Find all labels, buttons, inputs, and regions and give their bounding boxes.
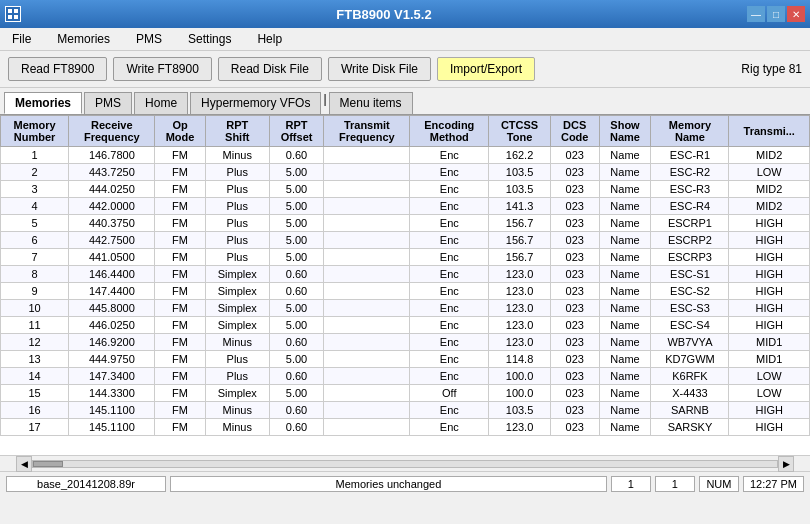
menu-memories[interactable]: Memories <box>49 30 118 48</box>
table-cell: 023 <box>550 419 599 436</box>
table-cell: 442.0000 <box>69 198 155 215</box>
table-cell: 023 <box>550 402 599 419</box>
table-cell: 144.3300 <box>69 385 155 402</box>
table-cell: Name <box>599 249 651 266</box>
table-cell: ESC-R2 <box>651 164 729 181</box>
maximize-button[interactable]: □ <box>767 6 785 22</box>
table-row[interactable]: 6442.7500FMPlus5.00Enc156.7023NameESCRP2… <box>1 232 810 249</box>
table-cell: 023 <box>550 283 599 300</box>
table-cell: Enc <box>410 402 489 419</box>
tab-home[interactable]: Home <box>134 92 188 114</box>
table-cell: Simplex <box>205 266 269 283</box>
table-cell: HIGH <box>729 215 810 232</box>
table-cell: FM <box>155 266 205 283</box>
menu-settings[interactable]: Settings <box>180 30 239 48</box>
table-row[interactable]: 17145.1100FMMinus0.60Enc123.0023NameSARS… <box>1 419 810 436</box>
table-row[interactable]: 8146.4400FMSimplex0.60Enc123.0023NameESC… <box>1 266 810 283</box>
col-transmit-freq: TransmitFrequency <box>324 116 410 147</box>
table-cell: Enc <box>410 334 489 351</box>
svg-rect-1 <box>8 9 12 13</box>
table-cell <box>324 266 410 283</box>
import-export-button[interactable]: Import/Export <box>437 57 535 81</box>
scroll-right-btn[interactable]: ▶ <box>778 456 794 472</box>
tab-hypermemory[interactable]: Hypermemory VFOs <box>190 92 321 114</box>
menu-bar: File Memories PMS Settings Help <box>0 28 810 51</box>
col-dcs-code: DCSCode <box>550 116 599 147</box>
table-cell: 147.3400 <box>69 368 155 385</box>
table-cell: FM <box>155 147 205 164</box>
table-cell: FM <box>155 249 205 266</box>
table-cell: MID1 <box>729 351 810 368</box>
table-cell: MID1 <box>729 334 810 351</box>
table-cell: Simplex <box>205 385 269 402</box>
toolbar: Read FT8900 Write FT8900 Read Disk File … <box>0 51 810 88</box>
read-ft8900-button[interactable]: Read FT8900 <box>8 57 107 81</box>
table-row[interactable]: 3444.0250FMPlus5.00Enc103.5023NameESC-R3… <box>1 181 810 198</box>
table-cell: SARNB <box>651 402 729 419</box>
col-ctcss-tone: CTCSSTone <box>489 116 551 147</box>
tab-memories[interactable]: Memories <box>4 92 82 114</box>
table-row[interactable]: 2443.7250FMPlus5.00Enc103.5023NameESC-R2… <box>1 164 810 181</box>
table-cell: 023 <box>550 266 599 283</box>
table-cell: 15 <box>1 385 69 402</box>
table-cell: 023 <box>550 300 599 317</box>
table-cell: 441.0500 <box>69 249 155 266</box>
table-row[interactable]: 14147.3400FMPlus0.60Enc100.0023NameK6RFK… <box>1 368 810 385</box>
table-cell: FM <box>155 317 205 334</box>
table-cell: ESC-S2 <box>651 283 729 300</box>
table-row[interactable]: 7441.0500FMPlus5.00Enc156.7023NameESCRP3… <box>1 249 810 266</box>
table-cell: Name <box>599 351 651 368</box>
table-cell: 10 <box>1 300 69 317</box>
table-cell: MID2 <box>729 181 810 198</box>
write-disk-button[interactable]: Write Disk File <box>328 57 431 81</box>
table-cell: 146.9200 <box>69 334 155 351</box>
table-row[interactable]: 5440.3750FMPlus5.00Enc156.7023NameESCRP1… <box>1 215 810 232</box>
minimize-button[interactable]: — <box>747 6 765 22</box>
col-op-mode: OpMode <box>155 116 205 147</box>
menu-help[interactable]: Help <box>249 30 290 48</box>
tab-pms[interactable]: PMS <box>84 92 132 114</box>
table-cell: 443.7250 <box>69 164 155 181</box>
horizontal-scroll[interactable]: ◀ ▶ <box>0 455 810 471</box>
table-row[interactable]: 12146.9200FMMinus0.60Enc123.0023NameWB7V… <box>1 334 810 351</box>
table-cell: 5.00 <box>269 300 323 317</box>
table-row[interactable]: 9147.4400FMSimplex0.60Enc123.0023NameESC… <box>1 283 810 300</box>
table-row[interactable]: 11446.0250FMSimplex5.00Enc123.0023NameES… <box>1 317 810 334</box>
col-show-name: ShowName <box>599 116 651 147</box>
table-cell: 5.00 <box>269 385 323 402</box>
table-cell: Minus <box>205 402 269 419</box>
table-cell: Name <box>599 419 651 436</box>
table-cell: FM <box>155 351 205 368</box>
table-row[interactable]: 4442.0000FMPlus5.00Enc141.3023NameESC-R4… <box>1 198 810 215</box>
table-cell: HIGH <box>729 419 810 436</box>
tab-separator: | <box>323 92 326 114</box>
table-row[interactable]: 10445.8000FMSimplex5.00Enc123.0023NameES… <box>1 300 810 317</box>
table-header-row: MemoryNumber ReceiveFrequency OpMode RPT… <box>1 116 810 147</box>
table-cell: ESC-R3 <box>651 181 729 198</box>
scroll-left-btn[interactable]: ◀ <box>16 456 32 472</box>
menu-pms[interactable]: PMS <box>128 30 170 48</box>
table-cell: Minus <box>205 147 269 164</box>
close-button[interactable]: ✕ <box>787 6 805 22</box>
table-cell: 5.00 <box>269 164 323 181</box>
table-cell <box>324 232 410 249</box>
table-cell: 023 <box>550 232 599 249</box>
table-container[interactable]: MemoryNumber ReceiveFrequency OpMode RPT… <box>0 115 810 455</box>
table-cell: 5.00 <box>269 317 323 334</box>
svg-rect-4 <box>14 15 18 19</box>
table-row[interactable]: 15144.3300FMSimplex5.00Off100.0023NameX-… <box>1 385 810 402</box>
write-ft8900-button[interactable]: Write FT8900 <box>113 57 211 81</box>
table-cell: Plus <box>205 249 269 266</box>
table-cell: FM <box>155 164 205 181</box>
table-row[interactable]: 16145.1100FMMinus0.60Enc103.5023NameSARN… <box>1 402 810 419</box>
tab-menu-items[interactable]: Menu items <box>329 92 413 114</box>
table-cell: Simplex <box>205 283 269 300</box>
table-cell: 0.60 <box>269 334 323 351</box>
table-row[interactable]: 13444.9750FMPlus5.00Enc114.8023NameKD7GW… <box>1 351 810 368</box>
table-cell: Enc <box>410 419 489 436</box>
table-cell: FM <box>155 215 205 232</box>
table-row[interactable]: 1146.7800FMMinus0.60Enc162.2023NameESC-R… <box>1 147 810 164</box>
read-disk-button[interactable]: Read Disk File <box>218 57 322 81</box>
menu-file[interactable]: File <box>4 30 39 48</box>
table-cell <box>324 402 410 419</box>
